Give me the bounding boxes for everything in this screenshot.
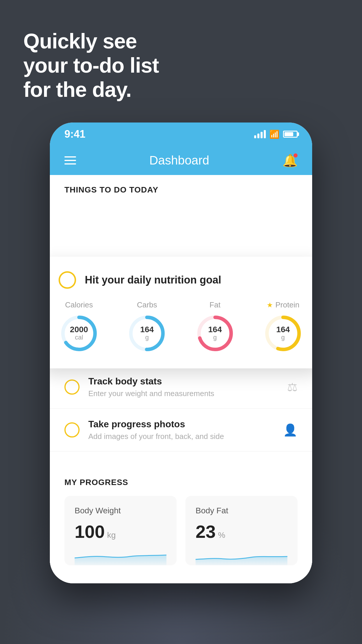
body-weight-value-row: 100 kg xyxy=(75,521,166,542)
bodystats-icon: ⚖ xyxy=(287,380,298,394)
calories-ring: 2000 cal xyxy=(59,313,99,354)
scrollable-content: THINGS TO DO TODAY Hit your daily nutrit… xyxy=(50,175,312,583)
body-fat-chart xyxy=(196,548,287,565)
bodystats-text: Track body stats Enter your weight and m… xyxy=(88,376,278,398)
hero-line1: Quickly see xyxy=(23,29,159,53)
photos-text: Take progress photos Add images of your … xyxy=(88,419,274,441)
hamburger-menu-button[interactable] xyxy=(64,156,76,164)
notification-bell-button[interactable]: 🔔 xyxy=(282,153,298,168)
hero-text: Quickly see your to-do list for the day. xyxy=(23,29,159,102)
progress-cards: Body Weight 100 kg xyxy=(64,496,298,565)
photos-circle xyxy=(64,422,80,438)
carbs-ring: 164 g xyxy=(126,313,167,354)
nutrition-calories: Calories 2000 cal xyxy=(59,300,99,354)
battery-icon xyxy=(283,131,298,138)
bodystats-circle xyxy=(64,379,80,395)
protein-ring: 164 g xyxy=(263,313,303,354)
protein-label: ★ Protein xyxy=(267,300,299,309)
card-header: Hit your daily nutrition goal xyxy=(59,271,303,289)
status-icons: 📶 xyxy=(254,130,298,139)
body-weight-value: 100 xyxy=(75,521,105,542)
bodystats-name: Track body stats xyxy=(88,376,278,387)
phone-container: 9:41 📶 Dashboard 🔔 xyxy=(50,123,312,612)
bodystats-desc: Enter your weight and measurements xyxy=(88,389,278,398)
fat-ring: 164 g xyxy=(195,313,236,354)
calories-value-text: 2000 cal xyxy=(70,326,88,341)
nutrition-circle-check[interactable] xyxy=(59,271,76,289)
carbs-value-text: 164 g xyxy=(140,326,154,341)
status-time: 9:41 xyxy=(64,128,85,140)
body-weight-card[interactable]: Body Weight 100 kg xyxy=(64,496,177,565)
body-fat-unit: % xyxy=(218,531,225,540)
nutrition-carbs: Carbs 164 g xyxy=(126,300,167,354)
carbs-label: Carbs xyxy=(137,300,157,309)
body-weight-unit: kg xyxy=(107,531,116,540)
hero-line2: your to-do list xyxy=(23,53,159,78)
progress-title: MY PROGRESS xyxy=(64,478,298,487)
section-title: THINGS TO DO TODAY xyxy=(64,185,158,194)
things-header: THINGS TO DO TODAY xyxy=(50,175,312,200)
todo-item-photos[interactable]: Take progress photos Add images of your … xyxy=(50,409,312,452)
body-fat-value-row: 23 % xyxy=(196,521,287,542)
star-icon: ★ xyxy=(267,301,273,309)
nutrition-fat: Fat 164 g xyxy=(195,300,236,354)
calories-label: Calories xyxy=(65,300,93,309)
fat-label: Fat xyxy=(210,300,221,309)
nav-title: Dashboard xyxy=(149,153,209,167)
nav-bar: Dashboard 🔔 xyxy=(50,146,312,175)
protein-value-text: 164 g xyxy=(276,326,290,341)
body-weight-chart xyxy=(75,548,166,565)
phone-content: THINGS TO DO TODAY Hit your daily nutrit… xyxy=(50,175,312,583)
body-weight-title: Body Weight xyxy=(75,506,166,515)
signal-bars-icon xyxy=(254,130,266,138)
card-title: Hit your daily nutrition goal xyxy=(85,274,221,286)
wifi-icon: 📶 xyxy=(269,130,280,139)
phone-frame: 9:41 📶 Dashboard 🔔 xyxy=(50,123,312,583)
progress-section: MY PROGRESS Body Weight 100 kg xyxy=(50,463,312,580)
nutrition-circles: Calories 2000 cal xyxy=(59,300,303,354)
floating-card: Hit your daily nutrition goal Calories xyxy=(50,257,312,368)
body-fat-value: 23 xyxy=(196,521,216,542)
hero-line3: for the day. xyxy=(23,78,159,102)
fat-value-text: 164 g xyxy=(208,326,222,341)
photos-desc: Add images of your front, back, and side xyxy=(88,432,274,441)
photos-icon: 👤 xyxy=(283,423,298,437)
notification-dot xyxy=(294,153,298,158)
body-fat-title: Body Fat xyxy=(196,506,287,515)
nutrition-protein: ★ Protein 164 g xyxy=(263,300,303,354)
status-bar: 9:41 📶 xyxy=(50,123,312,146)
body-fat-card[interactable]: Body Fat 23 % xyxy=(185,496,298,565)
photos-name: Take progress photos xyxy=(88,419,274,430)
todo-item-body-stats[interactable]: Track body stats Enter your weight and m… xyxy=(50,366,312,409)
